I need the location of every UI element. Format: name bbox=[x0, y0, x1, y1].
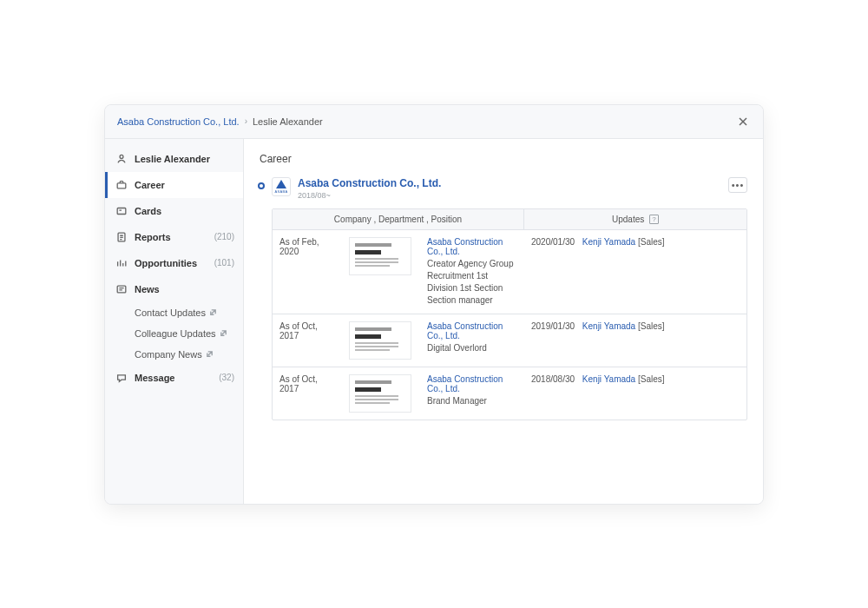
svg-rect-2 bbox=[117, 208, 126, 214]
updates-cell: 2018/08/30 Kenji Yamada [Sales] bbox=[524, 367, 746, 420]
chart-icon bbox=[115, 257, 128, 269]
sidebar-sub-label: Company News bbox=[135, 349, 202, 360]
update-person-link[interactable]: Kenji Yamada bbox=[582, 321, 635, 331]
updates-cell: 2019/01/30 Kenji Yamada [Sales] bbox=[524, 314, 746, 367]
sidebar-item-label: Leslie Alexander bbox=[135, 154, 210, 164]
svg-rect-4 bbox=[117, 286, 126, 293]
card-cell bbox=[342, 367, 420, 420]
svg-rect-1 bbox=[117, 182, 126, 188]
position-line: Digital Overlord bbox=[427, 343, 487, 353]
sidebar-sub-contact-updates[interactable]: Contact Updates bbox=[105, 302, 243, 323]
person-icon bbox=[115, 153, 128, 165]
sidebar-sub-company-news[interactable]: Company News bbox=[105, 344, 243, 365]
sidebar-item-count: (32) bbox=[219, 373, 234, 382]
table-header: Company , Department , Position Updates … bbox=[273, 209, 746, 231]
business-card-thumbnail[interactable] bbox=[349, 321, 411, 360]
career-header: ASABA Asaba Construction Co., Ltd. 2018/… bbox=[272, 177, 747, 200]
sidebar-sub-colleague-updates[interactable]: Colleague Updates bbox=[105, 323, 243, 344]
svg-point-0 bbox=[120, 155, 123, 158]
briefcase-icon bbox=[115, 179, 128, 191]
sidebar-item-person[interactable]: Leslie Alexander bbox=[105, 146, 243, 172]
sidebar-item-label: Cards bbox=[135, 206, 161, 216]
breadcrumb-bar: Asaba Construction Co., Ltd. › Leslie Al… bbox=[105, 105, 763, 139]
position-cell: Asaba Construction Co., Ltd. Brand Manag… bbox=[420, 367, 524, 420]
company-name-link[interactable]: Asaba Construction Co., Ltd. bbox=[298, 177, 441, 189]
sidebar-item-career[interactable]: Career bbox=[105, 172, 243, 198]
sidebar-sub-label: Contact Updates bbox=[135, 307, 206, 318]
position-line: Creator Agency Group Recruitment 1st bbox=[427, 259, 514, 281]
sidebar-item-count: (210) bbox=[214, 232, 234, 241]
asof-cell: As of Oct, 2017 bbox=[273, 314, 342, 367]
page-title: Career bbox=[260, 153, 747, 165]
breadcrumb-current: Leslie Alexander bbox=[253, 116, 323, 127]
business-card-thumbnail[interactable] bbox=[349, 237, 411, 275]
sidebar-item-label: Opportunities bbox=[135, 258, 197, 268]
company-since: 2018/08~ bbox=[298, 191, 441, 200]
update-person-link[interactable]: Kenji Yamada bbox=[582, 374, 635, 384]
sidebar-item-news[interactable]: News bbox=[105, 276, 243, 302]
career-table: Company , Department , Position Updates … bbox=[272, 208, 747, 421]
asof-cell: As of Oct, 2017 bbox=[273, 367, 342, 420]
company-link[interactable]: Asaba Construction Co., Ltd. bbox=[427, 374, 517, 393]
table-row: As of Oct, 2017 Asaba Construction Co., … bbox=[273, 314, 746, 367]
app-window: Asaba Construction Co., Ltd. › Leslie Al… bbox=[104, 104, 764, 505]
triangle-icon bbox=[276, 180, 286, 188]
company-link[interactable]: Asaba Construction Co., Ltd. bbox=[427, 321, 517, 340]
sidebar-item-reports[interactable]: Reports (210) bbox=[105, 224, 243, 250]
message-icon bbox=[115, 372, 128, 384]
help-icon[interactable]: ? bbox=[649, 215, 659, 224]
position-line: Division 1st Section bbox=[427, 283, 503, 293]
updates-cell: 2020/01/30 Kenji Yamada [Sales] bbox=[524, 230, 746, 314]
external-link-icon bbox=[220, 328, 227, 339]
sidebar-sub-label: Colleague Updates bbox=[135, 328, 216, 339]
update-date: 2020/01/30 bbox=[531, 237, 575, 247]
content-body: Leslie Alexander Career Cards Reports bbox=[105, 139, 763, 504]
sidebar-item-label: Message bbox=[135, 373, 174, 383]
header-updates: Updates ? bbox=[524, 209, 746, 230]
breadcrumb-parent[interactable]: Asaba Construction Co., Ltd. bbox=[117, 116, 240, 127]
chevron-right-icon: › bbox=[245, 116, 247, 126]
close-button[interactable] bbox=[735, 114, 751, 129]
update-date: 2018/08/30 bbox=[531, 374, 575, 384]
logo-text: ASABA bbox=[275, 189, 288, 194]
card-cell bbox=[342, 230, 420, 314]
timeline-dot-icon bbox=[258, 182, 265, 189]
sidebar-item-cards[interactable]: Cards bbox=[105, 198, 243, 224]
update-dept: [Sales] bbox=[638, 237, 665, 247]
external-link-icon bbox=[206, 349, 214, 360]
sidebar-item-label: Career bbox=[135, 180, 165, 190]
header-company-dept-pos: Company , Department , Position bbox=[273, 209, 524, 230]
sidebar-item-label: News bbox=[135, 284, 160, 294]
sidebar-item-message[interactable]: Message (32) bbox=[105, 365, 243, 391]
table-row: As of Oct, 2017 Asaba Construction Co., … bbox=[273, 367, 746, 420]
news-icon bbox=[115, 283, 128, 295]
company-logo: ASABA bbox=[272, 177, 291, 196]
table-row: As of Feb, 2020 Asaba Construction Co., … bbox=[273, 230, 746, 314]
sidebar-item-opportunities[interactable]: Opportunities (101) bbox=[105, 250, 243, 276]
card-cell bbox=[342, 314, 420, 367]
update-dept: [Sales] bbox=[638, 321, 665, 331]
external-link-icon bbox=[209, 307, 217, 318]
main-panel: Career ASABA Asaba Construction Co., Ltd… bbox=[244, 139, 763, 504]
sidebar-item-label: Reports bbox=[135, 232, 171, 242]
card-icon bbox=[115, 205, 128, 217]
sidebar: Leslie Alexander Career Cards Reports bbox=[105, 139, 244, 504]
position-line: Brand Manager bbox=[427, 396, 487, 406]
business-card-thumbnail[interactable] bbox=[349, 374, 411, 413]
update-dept: [Sales] bbox=[638, 374, 665, 384]
sidebar-item-count: (101) bbox=[214, 258, 234, 268]
update-person-link[interactable]: Kenji Yamada bbox=[582, 237, 635, 247]
update-date: 2019/01/30 bbox=[531, 321, 575, 331]
position-cell: Asaba Construction Co., Ltd. Digital Ove… bbox=[420, 314, 524, 367]
close-icon bbox=[738, 116, 748, 127]
position-cell: Asaba Construction Co., Ltd. Creator Age… bbox=[420, 230, 524, 314]
career-block: ASABA Asaba Construction Co., Ltd. 2018/… bbox=[260, 177, 747, 421]
report-icon bbox=[115, 231, 128, 243]
asof-cell: As of Feb, 2020 bbox=[273, 230, 342, 314]
company-link[interactable]: Asaba Construction Co., Ltd. bbox=[427, 237, 517, 256]
position-line: Section manager bbox=[427, 295, 493, 305]
more-button[interactable]: ••• bbox=[728, 177, 747, 193]
